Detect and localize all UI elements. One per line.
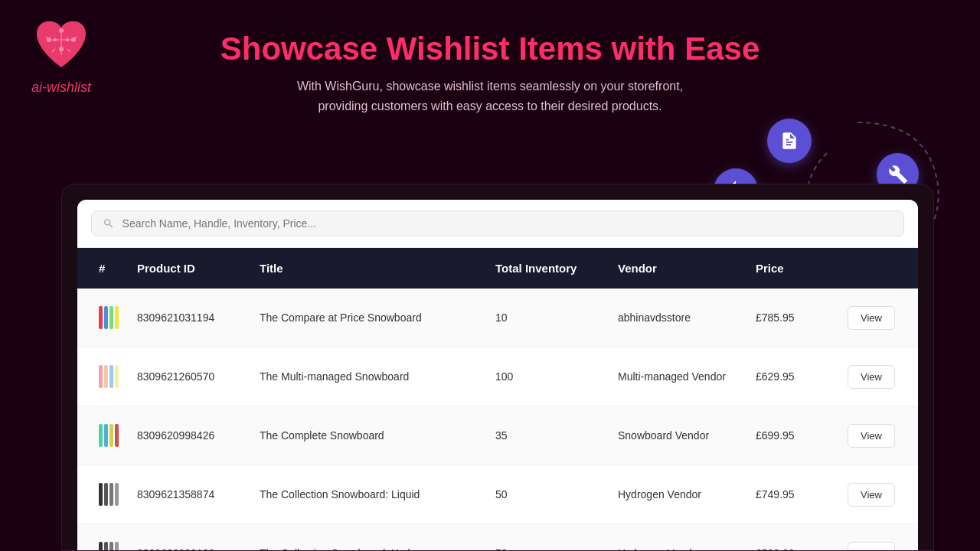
cell-action[interactable]: View xyxy=(841,410,903,461)
search-bar xyxy=(77,200,918,248)
col-vendor: Vendor xyxy=(612,248,750,289)
view-button[interactable]: View xyxy=(848,424,895,448)
cell-product-id: 8309621031194 xyxy=(131,298,253,337)
cell-price: £749.95 xyxy=(750,474,841,514)
view-button[interactable]: View xyxy=(848,306,895,330)
cell-action[interactable]: View xyxy=(841,292,903,344)
search-input-wrapper[interactable] xyxy=(91,210,904,236)
product-thumb xyxy=(99,302,125,333)
table-row: 8309621031194 The Compare at Price Snowb… xyxy=(77,289,918,347)
hero-subtitle: With WishGuru, showcase wishlist items s… xyxy=(297,77,683,116)
product-thumb xyxy=(99,479,125,510)
cell-title: The Complete Snowboard xyxy=(253,416,489,455)
cell-index xyxy=(93,406,131,465)
cell-inventory: 35 xyxy=(489,416,612,455)
cell-index xyxy=(93,347,131,406)
product-table: # Product ID Title Total Inventory Vendo… xyxy=(77,248,918,551)
inner-panel: # Product ID Title Total Inventory Vendo… xyxy=(77,200,918,551)
table-header: # Product ID Title Total Inventory Vendo… xyxy=(77,248,918,289)
cell-vendor: Multi-managed Vendor xyxy=(612,357,750,396)
table-row: 8309621260570 The Multi-managed Snowboar… xyxy=(77,347,918,406)
product-thumb xyxy=(99,420,125,451)
cell-title: The Compare at Price Snowboard xyxy=(253,298,489,337)
cell-inventory: 50 xyxy=(489,533,612,551)
col-action xyxy=(841,255,903,282)
hero-title: Showcase Wishlist Items with Ease xyxy=(220,31,760,67)
cell-action[interactable]: View xyxy=(841,351,903,403)
search-icon xyxy=(103,217,115,230)
col-hash: # xyxy=(93,248,131,289)
cell-price: £500.00 xyxy=(750,533,841,551)
product-thumb xyxy=(99,538,125,551)
cell-product-id: 8309621358874 xyxy=(131,474,253,514)
cell-product-id: 8309621260570 xyxy=(131,357,253,396)
cell-price: £785.95 xyxy=(750,298,841,337)
cell-product-id: 8309620900122 xyxy=(131,533,253,551)
view-button[interactable]: View xyxy=(848,542,895,552)
col-inventory: Total Inventory xyxy=(489,248,612,289)
cell-price: £699.95 xyxy=(750,416,841,455)
cell-index xyxy=(93,524,131,551)
hero-section: Showcase Wishlist Items with Ease With W… xyxy=(0,0,980,116)
cell-index xyxy=(93,289,131,347)
cell-index xyxy=(93,465,131,523)
product-thumb xyxy=(99,361,125,392)
col-price: Price xyxy=(750,248,841,289)
table-row: 8309620900122 The Collection Snowboard: … xyxy=(77,524,918,551)
view-button[interactable]: View xyxy=(848,483,895,507)
table-row: 8309620998426 The Complete Snowboard 35 … xyxy=(77,406,918,465)
cell-inventory: 50 xyxy=(489,474,612,514)
cell-title: The Multi-managed Snowboard xyxy=(253,357,489,396)
cell-vendor: Hydrogen Vendor xyxy=(612,533,750,551)
cell-vendor: Snowboard Vendor xyxy=(612,416,750,455)
cell-inventory: 100 xyxy=(489,357,612,396)
cell-title: The Collection Snowboard: Liquid xyxy=(253,474,489,514)
col-product-id: Product ID xyxy=(131,248,253,289)
cell-vendor: Hydrogen Vendor xyxy=(612,474,750,514)
table-row: 8309621358874 The Collection Snowboard: … xyxy=(77,465,918,524)
cell-action[interactable]: View xyxy=(841,469,903,520)
cell-action[interactable]: View xyxy=(841,528,903,552)
cell-vendor: abhinavdsstore xyxy=(612,298,750,337)
cell-price: £629.95 xyxy=(750,357,841,396)
col-title: Title xyxy=(253,248,489,289)
cell-inventory: 10 xyxy=(489,298,612,337)
view-button[interactable]: View xyxy=(848,365,895,389)
main-panel: # Product ID Title Total Inventory Vendo… xyxy=(61,184,934,551)
cell-product-id: 8309620998426 xyxy=(131,416,253,455)
search-input[interactable] xyxy=(122,217,893,230)
cell-title: The Collection Snowboard: Hydrogen xyxy=(253,533,489,551)
doc-icon xyxy=(767,119,812,163)
